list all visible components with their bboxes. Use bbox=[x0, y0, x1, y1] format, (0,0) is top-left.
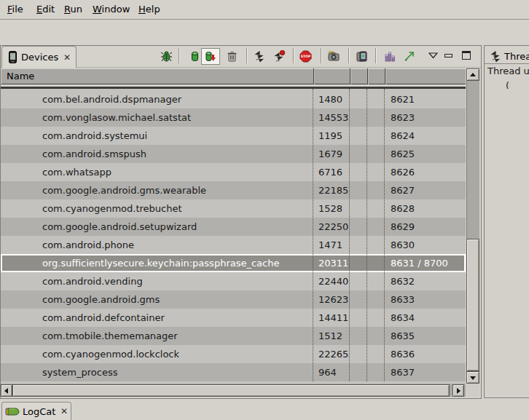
menu-file[interactable]: File bbox=[7, 0, 23, 19]
debug-process-button[interactable] bbox=[160, 50, 173, 63]
logcat-tab-label: LogCat bbox=[23, 406, 55, 417]
table-row[interactable]: com.vonglasow.michael.satstat 14553 8623 bbox=[1, 108, 466, 127]
column-divider[interactable] bbox=[367, 68, 369, 84]
table-row[interactable]: com.android.phone 1471 8630 bbox=[1, 236, 466, 254]
stop-process-button[interactable]: STOP bbox=[299, 50, 312, 63]
row-package-name: com.android.systemui bbox=[42, 127, 147, 145]
cause-gc-button[interactable] bbox=[226, 50, 238, 63]
table-row[interactable]: com.cyanogenmod.trebuchet 1528 8628 bbox=[1, 199, 466, 218]
menu-help[interactable]: Help bbox=[138, 0, 160, 19]
row-package-name: com.cyanogenmod.lockclock bbox=[42, 345, 179, 363]
row-pid: 1679 bbox=[318, 145, 342, 163]
table-row[interactable]: com.google.android.setupwizard 22250 862… bbox=[1, 218, 466, 236]
row-port: 8621 bbox=[391, 90, 415, 108]
toolbar-separator bbox=[179, 48, 180, 63]
table-row[interactable]: com.cyanogenmod.lockclock 22265 8636 bbox=[1, 345, 466, 363]
chevron-down-icon bbox=[428, 52, 438, 59]
column-divider[interactable] bbox=[350, 68, 351, 84]
tab-devices[interactable]: Devices ✕ bbox=[1, 46, 77, 68]
table-row[interactable]: com.android.vending 22440 8632 bbox=[1, 272, 466, 290]
column-separator bbox=[367, 89, 367, 381]
row-port: 8636 bbox=[391, 345, 415, 363]
row-package-name: com.android.phone bbox=[42, 236, 134, 254]
row-package-name: com.vonglasow.michael.satstat bbox=[42, 108, 191, 127]
row-port: 8628 bbox=[391, 199, 415, 218]
row-package-name: com.google.android.setupwizard bbox=[42, 218, 197, 236]
toolbar-separator bbox=[348, 48, 350, 63]
row-pid: 20311 bbox=[318, 254, 348, 272]
threads-icon bbox=[489, 50, 501, 63]
device-screens-icon bbox=[356, 50, 369, 63]
row-pid: 1480 bbox=[318, 90, 342, 108]
table-row[interactable]: com.tmobile.thememanager 1512 8635 bbox=[1, 327, 466, 345]
update-threads-button[interactable] bbox=[253, 50, 265, 63]
column-divider[interactable] bbox=[313, 68, 315, 84]
sysinfo-button[interactable] bbox=[403, 50, 415, 63]
hprof-icon bbox=[204, 50, 216, 63]
row-package-name: com.google.android.gms bbox=[42, 290, 160, 309]
update-heap-button[interactable] bbox=[189, 50, 201, 63]
row-pid: 22440 bbox=[318, 272, 348, 290]
heap-updates-button[interactable] bbox=[384, 50, 396, 63]
toolbar-separator bbox=[375, 48, 377, 63]
scroll-left-button[interactable] bbox=[1, 384, 12, 397]
row-port: 8627 bbox=[391, 181, 415, 199]
menu-edit[interactable]: Edit bbox=[36, 0, 55, 19]
row-pid: 1512 bbox=[318, 327, 342, 345]
column-header-name-label: Name bbox=[7, 69, 34, 84]
row-pid: 964 bbox=[318, 363, 337, 381]
table-row[interactable]: com.android.smspush 1679 8625 bbox=[1, 145, 466, 163]
scroll-up-button[interactable] bbox=[466, 68, 479, 81]
menu-window[interactable]: Window bbox=[93, 0, 130, 19]
view-menu-button[interactable] bbox=[428, 52, 441, 65]
heap-updates-icon bbox=[384, 50, 396, 63]
maximize-button[interactable] bbox=[462, 51, 471, 60]
scroll-down-button[interactable] bbox=[466, 371, 479, 384]
toolbar-separator bbox=[293, 48, 294, 63]
phone-icon bbox=[8, 50, 17, 64]
trash-icon bbox=[226, 50, 238, 63]
vertical-scrollbar-thumb[interactable] bbox=[466, 239, 479, 371]
row-port: 8624 bbox=[391, 127, 415, 145]
tab-logcat[interactable]: LogCat ✕ bbox=[1, 402, 71, 420]
scroll-right-button[interactable] bbox=[452, 384, 464, 397]
dump-hprof-button-active[interactable] bbox=[201, 48, 220, 65]
table-row[interactable]: com.whatsapp 6716 8626 bbox=[1, 163, 466, 181]
row-package-name: com.bel.android.dspmanager bbox=[42, 90, 181, 108]
devices-tab-label: Devices bbox=[21, 52, 58, 63]
table-row[interactable]: com.google.android.gms 12623 8633 bbox=[1, 290, 466, 309]
logcat-tab-close-icon[interactable]: ✕ bbox=[60, 407, 68, 416]
table-row[interactable]: com.bel.android.dspmanager 1480 8621 bbox=[1, 90, 466, 108]
table-row[interactable]: com.android.systemui 1195 8624 bbox=[1, 127, 466, 145]
column-divider[interactable] bbox=[385, 68, 386, 84]
start-method-profiling-button[interactable] bbox=[273, 50, 286, 63]
camera-icon bbox=[327, 50, 340, 63]
menu-run[interactable]: Run bbox=[64, 0, 82, 19]
device-table-rows: com.bel.android.dspmanager 1480 8621 com… bbox=[1, 90, 466, 381]
table-row[interactable]: system_process 964 8637 bbox=[1, 363, 466, 381]
table-row[interactable]: com.android.defcontainer 14411 8634 bbox=[1, 309, 466, 327]
svg-text:STOP: STOP bbox=[301, 55, 311, 58]
row-package-name: com.cyanogenmod.trebuchet bbox=[42, 199, 182, 218]
column-separator bbox=[313, 89, 313, 381]
ddms-window: File Edit Run Window Help Devices ✕ bbox=[0, 0, 529, 420]
devices-tab-close-icon[interactable]: ✕ bbox=[63, 53, 71, 62]
scrollbar-corner bbox=[466, 384, 479, 397]
horizontal-scrollbar-thumb[interactable] bbox=[12, 384, 450, 397]
row-package-name: com.google.android.gms.wearable bbox=[42, 181, 206, 199]
threads-message-line2: (use toolbar button to enable) bbox=[506, 80, 510, 89]
row-pid: 1528 bbox=[318, 199, 342, 218]
green-arrow-icon bbox=[403, 50, 416, 63]
row-package-name: com.whatsapp bbox=[42, 163, 111, 181]
minimize-button[interactable] bbox=[444, 54, 452, 58]
column-separator bbox=[384, 89, 385, 381]
row-pid: 1471 bbox=[318, 236, 342, 254]
heap-icon bbox=[189, 50, 201, 63]
device-screens-button[interactable] bbox=[356, 50, 368, 63]
row-port: 8623 bbox=[391, 108, 415, 127]
row-package-name: system_process bbox=[42, 363, 117, 381]
table-row[interactable]: com.google.android.gms.wearable 22185 86… bbox=[1, 181, 466, 199]
table-row[interactable]: org.sufficientlysecure.keychain:passphra… bbox=[1, 254, 466, 272]
screen-capture-button[interactable] bbox=[327, 50, 340, 63]
column-header-name[interactable]: Name bbox=[1, 68, 466, 84]
